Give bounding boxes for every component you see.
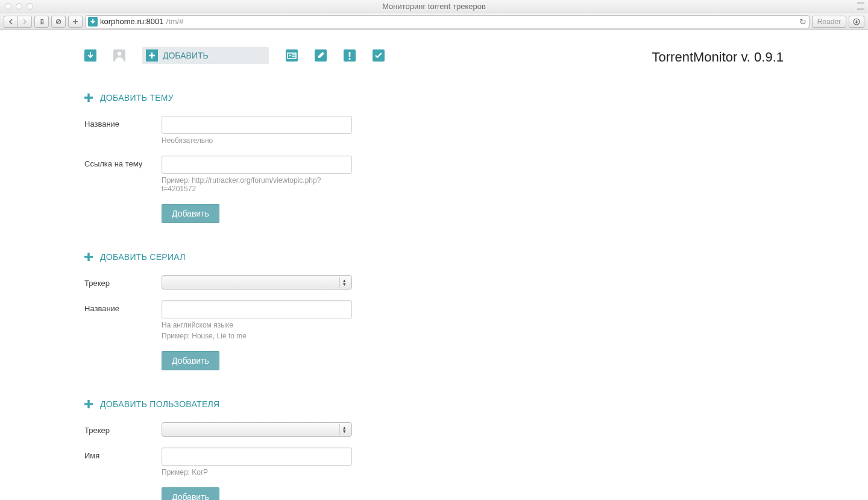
plus-icon — [84, 400, 93, 408]
svg-line-1 — [57, 20, 60, 23]
browser-toolbar: korphome.ru:8001/tm/# ↻ Reader — [0, 13, 868, 30]
hint-link-example: Пример: http://rutracker.org/forum/viewt… — [162, 176, 352, 193]
window-title: Мониторинг torrent трекеров — [0, 2, 868, 11]
section-title: ДОБАВИТЬ ТЕМУ — [100, 93, 174, 103]
app-title: TorrentMonitor v. 0.9.1 — [652, 49, 784, 65]
back-button[interactable] — [4, 16, 17, 28]
profile-nav-icon[interactable] — [113, 49, 125, 62]
plus-icon — [84, 93, 93, 102]
series-tracker-select[interactable] — [162, 276, 351, 289]
add-nav-button[interactable]: ДОБАВИТЬ — [142, 47, 269, 64]
user-submit-button[interactable]: Добавить — [162, 487, 219, 500]
stop-button[interactable] — [51, 16, 66, 28]
section-title: ДОБАВИТЬ ПОЛЬЗОВАТЕЛЯ — [100, 399, 219, 409]
minimize-window-button[interactable] — [16, 3, 22, 10]
add-bookmark-button[interactable] — [68, 16, 83, 28]
hint-example: Пример: House, Lie to me — [162, 332, 352, 340]
address-bar[interactable]: korphome.ru:8001/tm/# ↻ — [85, 15, 810, 28]
close-window-button[interactable] — [5, 3, 11, 10]
user-name-input[interactable] — [162, 448, 352, 466]
label-link: Ссылка на тему — [84, 156, 162, 168]
window-titlebar: Мониторинг torrent трекеров — [0, 0, 868, 13]
url-host: korphome.ru:8001 — [100, 17, 164, 26]
section-add-series: ДОБАВИТЬ СЕРИАЛ Трекер ▴▾ Название На ан… — [84, 252, 868, 370]
hint-example: Пример: KorP — [162, 468, 352, 476]
section-title: ДОБАВИТЬ СЕРИАЛ — [100, 252, 186, 262]
series-name-input[interactable] — [162, 300, 352, 318]
site-favicon-icon — [88, 17, 98, 27]
hint-optional: Необязательно — [162, 136, 352, 145]
settings-nav-icon[interactable] — [315, 49, 327, 62]
forward-button[interactable] — [17, 16, 32, 28]
reader-button[interactable]: Reader — [812, 16, 846, 28]
section-add-user: ДОБАВИТЬ ПОЛЬЗОВАТЕЛЯ Трекер ▴▾ Имя Прим… — [84, 399, 868, 500]
bookmarks-button[interactable] — [34, 16, 49, 28]
label-tracker: Трекер — [84, 275, 162, 288]
user-tracker-select[interactable] — [162, 423, 351, 436]
downloads-button[interactable] — [849, 16, 864, 28]
svg-rect-13 — [348, 58, 350, 60]
svg-point-9 — [289, 54, 291, 56]
svg-rect-12 — [348, 52, 350, 57]
label-name: Название — [84, 300, 162, 313]
downloads-nav-icon[interactable] — [84, 49, 96, 62]
theme-name-input[interactable] — [162, 116, 352, 134]
label-tracker: Трекер — [84, 422, 162, 435]
section-add-theme: ДОБАВИТЬ ТЕМУ Название Необязательно Ссы… — [84, 93, 868, 223]
svg-point-6 — [118, 52, 121, 55]
hint-lang: На английском языке — [162, 321, 352, 329]
add-nav-label: ДОБАВИТЬ — [163, 51, 209, 60]
checks-nav-icon[interactable] — [373, 49, 385, 62]
alerts-nav-icon[interactable] — [344, 49, 356, 62]
credentials-nav-icon[interactable] — [286, 49, 298, 62]
label-name: Имя — [84, 448, 162, 460]
plus-icon — [84, 253, 93, 261]
theme-link-input[interactable] — [162, 156, 352, 174]
reload-icon[interactable]: ↻ — [799, 17, 807, 27]
label-name: Название — [84, 116, 162, 128]
fullscreen-icon[interactable] — [857, 2, 864, 10]
url-path: /tm/# — [166, 17, 184, 26]
series-submit-button[interactable]: Добавить — [162, 351, 219, 370]
plus-icon — [146, 49, 158, 62]
zoom-window-button[interactable] — [27, 3, 33, 10]
theme-submit-button[interactable]: Добавить — [162, 204, 219, 223]
